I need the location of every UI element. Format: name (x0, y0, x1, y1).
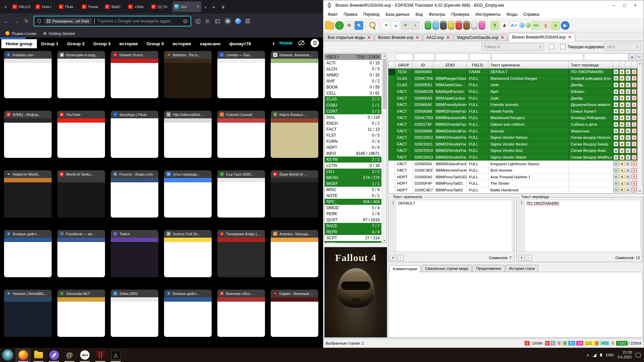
taskbar-uble-app[interactable]: UBLE (77, 348, 93, 362)
table-row[interactable]: FACT 0200A988 BBM02FamilyFacti FULL Hewi… (388, 108, 637, 115)
validate-button[interactable]: V (613, 102, 619, 107)
toolbar-icon[interactable]: ▲ (391, 21, 400, 30)
row-selector-cell[interactable] (388, 174, 395, 181)
table-row[interactable]: FACT 020AAC55 BAAAprilFaction FULL April… (388, 88, 637, 95)
minimize-button[interactable]: – (608, 3, 619, 8)
info-button[interactable]: I (632, 148, 637, 153)
start-button[interactable] (0, 348, 15, 362)
table-row[interactable]: CLAS 0204C7D6 BBMRangerClassC FULL Black… (388, 75, 637, 82)
taskbar-firefox[interactable] (15, 348, 31, 362)
account-sync-icon[interactable] (235, 18, 241, 24)
reject-button[interactable]: X (620, 135, 625, 140)
table-row[interactable]: FACT 0200A989 BBM02AnimalFact FULL Anima… (388, 128, 637, 134)
browser-tab[interactable]: «Зем × (126, 1, 149, 12)
toolbar-icon[interactable] (520, 23, 525, 28)
info-button[interactable]: I (632, 128, 637, 133)
mod-tab-close-icon[interactable]: ✕ (367, 35, 371, 40)
comment-tab[interactable]: Предложения (473, 265, 505, 272)
info-button[interactable]: I (632, 76, 637, 81)
dial-tile[interactable]: Z Zelka.ORG (111, 290, 158, 337)
dial-tile[interactable]: К Карта боевых... (271, 111, 318, 158)
copy-button[interactable]: C (626, 181, 631, 186)
info-button[interactable]: I (632, 102, 637, 107)
toolbar-icon[interactable] (488, 21, 488, 30)
close-button[interactable]: × (630, 3, 641, 8)
validate-button[interactable]: V (613, 174, 619, 179)
table-scrollbar[interactable]: ▲ ▼ (637, 61, 642, 193)
group-tab[interactable]: Group 3 (89, 39, 115, 48)
toolbar-icon[interactable] (526, 23, 531, 28)
group-list-item[interactable]: HDPT 0 / 4 (325, 144, 381, 150)
row-selector-cell[interactable] (388, 161, 395, 167)
info-button[interactable]: I (632, 155, 637, 160)
row-selector-cell[interactable] (388, 180, 395, 187)
dial-tile[interactable]: C Сирия - Военный ... (271, 290, 318, 337)
cloud-sync-off-icon[interactable] (297, 39, 306, 47)
group-list-item[interactable]: ARMO 0 / 32 (325, 72, 381, 78)
address-bar[interactable]: Разширени...ed Dial) Търсете с Google ил… (34, 16, 191, 26)
toolbar-icon[interactable]: + (411, 21, 420, 30)
validate-button[interactable]: V (613, 96, 619, 101)
copy-button[interactable]: C (626, 128, 631, 133)
taskbar-skyrim[interactable]: △ (108, 348, 123, 362)
forward-icon[interactable]: → (13, 18, 19, 24)
table-row[interactable]: TES4 00000000 CNAM DEFAULT ПО УМОЛЧАНИЮ … (388, 69, 637, 75)
dial-tile[interactable]: A Asterios. Запуще... (271, 230, 318, 277)
menu-item[interactable]: База данных (382, 12, 412, 17)
dial-tile[interactable]: A Телевизия Алфа |... (217, 230, 265, 277)
reject-button[interactable]: X (620, 115, 625, 120)
comment-tab[interactable]: История строк (505, 265, 539, 272)
reject-button[interactable]: X (620, 181, 625, 186)
toolbar-icon[interactable]: ■ (551, 21, 560, 30)
header-translation[interactable]: Текст перевода (569, 61, 613, 69)
original-text-box[interactable]: 1 DEFAULT (390, 200, 512, 252)
info-button[interactable]: I (632, 174, 637, 179)
toolbar-icon[interactable] (463, 21, 470, 30)
toolbar-icon[interactable] (325, 22, 334, 29)
group-list-item[interactable]: MISC 0 / 6 (325, 187, 381, 193)
group-tab[interactable]: Group 1 (37, 39, 63, 48)
group-list-item[interactable]: DIAL 0 / 119 (325, 114, 381, 120)
toolbar-icon[interactable] (440, 21, 447, 30)
menu-icon[interactable] (245, 19, 250, 23)
group-list-item[interactable]: ENCH 0 / 2 (325, 120, 381, 126)
validate-button[interactable]: V (613, 181, 619, 186)
reject-button[interactable]: X (620, 109, 625, 114)
table-row[interactable]: FACT 020CD910 BBM03VendorFact FULL Sigma… (388, 147, 637, 154)
validate-button[interactable]: V (613, 128, 619, 133)
back-icon[interactable]: ← (3, 18, 9, 24)
copy-button[interactable]: C (626, 168, 631, 173)
browser-tab[interactable]: How t × (34, 1, 56, 12)
menu-item[interactable]: Перевод (360, 12, 382, 17)
row-selector-cell[interactable] (388, 75, 395, 82)
tab-list-icon[interactable]: ∨ (218, 4, 228, 10)
group-list-item[interactable]: CLAS 2 / 2 (325, 96, 381, 102)
info-button[interactable]: I (632, 187, 637, 192)
toolbar-icon[interactable]: ✎ (355, 21, 363, 30)
row-selector-cell[interactable] (388, 128, 395, 134)
group-list-item[interactable]: FURN 0 / 4 (325, 138, 381, 144)
bookmark-item[interactable]: ⊕ Getting Started (43, 31, 74, 36)
dial-menu-icon[interactable] (311, 39, 319, 47)
reject-button[interactable]: X (620, 102, 625, 107)
copy-button[interactable]: C (626, 155, 631, 160)
copy-button[interactable]: C (626, 109, 631, 114)
validate-button[interactable]: V (613, 168, 619, 173)
group-list-item[interactable]: MGEF 1 / 1 (325, 181, 381, 187)
row-selector-cell[interactable] (388, 115, 395, 121)
group-list-item[interactable]: PERK 1 / 6 (325, 211, 381, 217)
toolbar-icon[interactable]: ▶ (561, 21, 570, 30)
bookmark-star-icon[interactable] (183, 19, 188, 24)
toolbar-icon[interactable]: <> (532, 21, 540, 30)
reject-button[interactable]: X (620, 161, 625, 166)
browser-tab[interactable]: Генна × (80, 1, 102, 12)
reject-button[interactable]: X (620, 69, 625, 74)
toolbar-icon[interactable]: ¶ (490, 21, 499, 30)
up-button[interactable]: ↑ (397, 255, 404, 261)
mod-tab-close-icon[interactable]: ✕ (568, 35, 571, 40)
info-button[interactable]: I (632, 69, 637, 74)
group-list-item[interactable]: QUST 97 / 1818 (325, 217, 381, 223)
menu-item[interactable]: Справка (520, 12, 542, 17)
profile-avatar[interactable]: M (224, 18, 231, 24)
row-selector-cell[interactable] (388, 154, 395, 161)
